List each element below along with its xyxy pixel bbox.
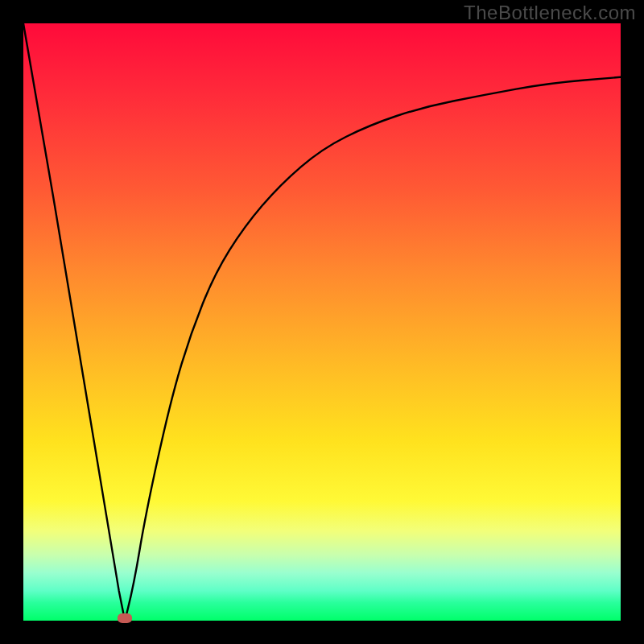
- chart-frame: TheBottleneck.com: [0, 0, 644, 644]
- watermark-text: TheBottleneck.com: [464, 2, 636, 24]
- curve-svg: [23, 23, 621, 621]
- bottleneck-curve: [23, 23, 621, 621]
- plot-area: [23, 23, 621, 621]
- curve-minimum-marker: [118, 613, 132, 623]
